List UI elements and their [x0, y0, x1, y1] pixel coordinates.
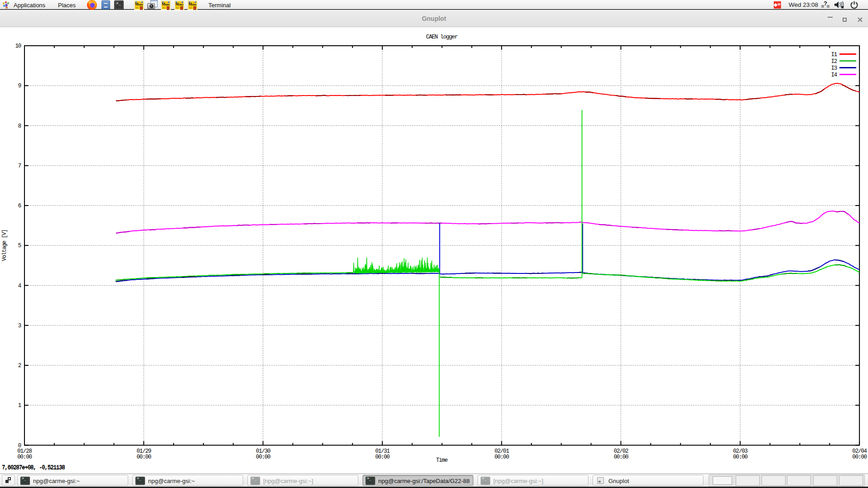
svg-text:01/28: 01/28	[17, 448, 32, 455]
svg-text:00:00: 00:00	[614, 454, 628, 460]
svg-text:2: 2	[18, 363, 21, 369]
svg-text:5: 5	[18, 243, 21, 249]
svg-text:9: 9	[18, 83, 21, 89]
svg-text:8: 8	[18, 123, 21, 129]
svg-text:CAEN logger: CAEN logger	[426, 34, 458, 40]
svg-text:I1: I1	[831, 52, 837, 58]
svg-text:02/01: 02/01	[494, 448, 509, 455]
svg-text:I2: I2	[831, 58, 837, 65]
svg-text:1: 1	[18, 402, 21, 409]
svg-text:02/03: 02/03	[733, 448, 747, 455]
svg-text:00:00: 00:00	[852, 454, 867, 460]
svg-text:6: 6	[18, 203, 21, 209]
svg-text:I4: I4	[831, 72, 837, 78]
svg-text:01/31: 01/31	[375, 448, 390, 455]
svg-text:00:00: 00:00	[494, 454, 509, 460]
svg-text:02/02: 02/02	[614, 448, 628, 455]
svg-text:3: 3	[18, 323, 21, 329]
svg-text:Time: Time	[436, 457, 448, 464]
svg-text:00:00: 00:00	[256, 454, 270, 460]
svg-text:01/29: 01/29	[137, 448, 151, 455]
svg-text:00:00: 00:00	[375, 454, 390, 460]
svg-text:00:00: 00:00	[137, 454, 151, 460]
svg-text:00:00: 00:00	[17, 454, 32, 460]
svg-text:7: 7	[18, 163, 21, 169]
svg-text:02/04: 02/04	[852, 448, 867, 455]
svg-text:10: 10	[15, 43, 21, 49]
svg-text:4: 4	[18, 283, 21, 289]
svg-text:I3: I3	[831, 65, 837, 72]
svg-text:00:00: 00:00	[733, 454, 747, 460]
svg-text:Voltage [V]: Voltage [V]	[1, 230, 8, 261]
svg-text:01/30: 01/30	[256, 448, 270, 455]
